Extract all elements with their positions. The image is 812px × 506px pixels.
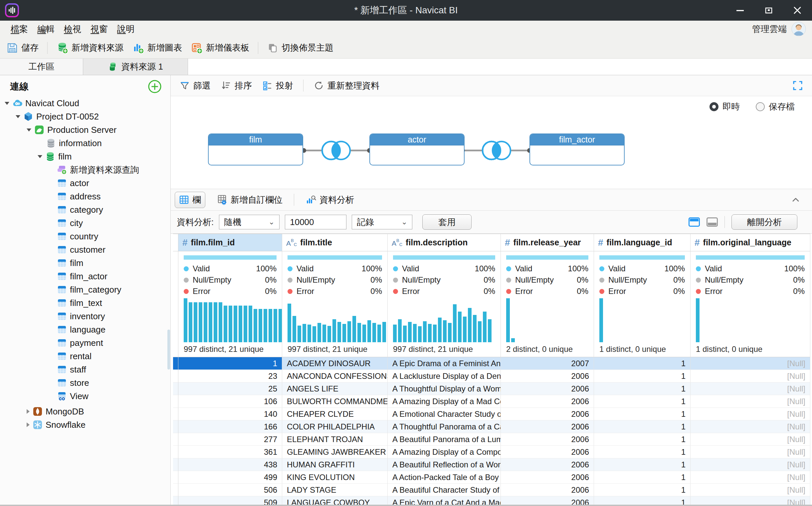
tree-item-payment[interactable]: payment bbox=[0, 336, 170, 349]
table-row[interactable]: 361GLEAMING JAWBREAKERA Amazing Display … bbox=[173, 446, 812, 458]
cell-film.release_year[interactable]: 2006 bbox=[501, 433, 594, 446]
cell-film.original_language[interactable]: [Null] bbox=[691, 446, 810, 458]
cell-film.original_language[interactable]: [Null] bbox=[691, 408, 810, 420]
cell-film.language_id[interactable]: 1 bbox=[594, 383, 691, 395]
row-header[interactable] bbox=[173, 408, 178, 420]
cell-film.title[interactable]: BULWORTH COMMANDME bbox=[282, 395, 388, 408]
menu-編輯[interactable]: 編輯 bbox=[32, 24, 59, 34]
cell-film.description[interactable]: A Beautiful Character Study of a bbox=[388, 484, 501, 496]
cell-film.language_id[interactable]: 1 bbox=[594, 420, 691, 433]
tree-expand-icon[interactable] bbox=[16, 115, 20, 118]
cell-film.original_language[interactable]: [Null] bbox=[691, 471, 810, 484]
column-header-film.release_year[interactable]: #film.release_year bbox=[501, 234, 594, 251]
tree-expand-icon[interactable] bbox=[37, 155, 42, 158]
cell-film.description[interactable]: A Emotional Character Study of a bbox=[388, 408, 501, 420]
cell-film.original_language[interactable]: [Null] bbox=[691, 484, 810, 496]
diagram-table-film[interactable]: film bbox=[208, 134, 303, 165]
cell-film.language_id[interactable]: 1 bbox=[594, 408, 691, 420]
tree-item-inventory[interactable]: inventory bbox=[0, 310, 170, 323]
row-header[interactable] bbox=[173, 471, 178, 484]
cell-film.language_id[interactable]: 1 bbox=[594, 446, 691, 458]
tree-item-view[interactable]: View bbox=[0, 390, 170, 403]
filter-button[interactable]: 篩選 bbox=[179, 80, 211, 92]
tree-item-film_category[interactable]: film_category bbox=[0, 283, 170, 296]
table-row[interactable]: 25ANGELS LIFEA Thoughtful Display of a W… bbox=[173, 383, 812, 395]
tree-item-staff[interactable]: staff bbox=[0, 363, 170, 376]
tree-item-production-server[interactable]: Production Server bbox=[0, 123, 170, 137]
cell-film.description[interactable]: A Thoughtful Panorama of a Car bbox=[388, 420, 501, 433]
add-dashboard-button[interactable]: 新增儀表板 bbox=[191, 42, 249, 54]
cell-film.release_year[interactable]: 2006 bbox=[501, 408, 594, 420]
add-connection-button[interactable] bbox=[148, 80, 162, 94]
tree-item-language[interactable]: language bbox=[0, 323, 170, 336]
sample-size-input[interactable]: 10000 bbox=[285, 215, 346, 229]
exit-analysis-button[interactable]: 離開分析 bbox=[731, 215, 797, 230]
cell-film.film_id[interactable]: 23 bbox=[178, 370, 282, 383]
cell-film.film_id[interactable]: 438 bbox=[178, 458, 282, 471]
column-header-film.film_id[interactable]: #film.film_id bbox=[178, 234, 282, 251]
tree-item-新增資料來源查詢[interactable]: 新增資料來源查詢 bbox=[0, 163, 170, 176]
tree-item-country[interactable]: country bbox=[0, 230, 170, 243]
tree-item-actor[interactable]: actor bbox=[0, 176, 170, 190]
tree-item-rental[interactable]: rental bbox=[0, 349, 170, 363]
tree-item-snowflake[interactable]: Snowflake bbox=[0, 418, 170, 431]
add-datasource-button[interactable]: 新增資料來源 bbox=[56, 42, 123, 54]
refresh-data-button[interactable]: 重新整理資料 bbox=[313, 80, 379, 92]
column-header-film.original_language[interactable]: #film.original_language bbox=[691, 234, 810, 251]
row-header[interactable] bbox=[173, 420, 178, 433]
maximize-button[interactable] bbox=[762, 4, 776, 17]
table-row[interactable]: 166COLOR PHILADELPHIAA Thoughtful Panora… bbox=[173, 420, 812, 433]
close-button[interactable] bbox=[791, 4, 804, 17]
row-header[interactable] bbox=[173, 446, 178, 458]
sample-unit-select[interactable]: 記錄 ⌄ bbox=[352, 215, 412, 229]
row-header[interactable] bbox=[173, 383, 178, 395]
cell-film.language_id[interactable]: 1 bbox=[594, 395, 691, 408]
collapse-panel-icon[interactable] bbox=[791, 195, 801, 205]
cell-film.film_id[interactable]: 361 bbox=[178, 446, 282, 458]
datasource-design-canvas[interactable]: 即時 保存檔 bbox=[171, 96, 812, 189]
column-header-film.description[interactable]: ABCfilm.description bbox=[388, 234, 501, 251]
cell-film.release_year[interactable]: 2006 bbox=[501, 370, 594, 383]
menu-說明[interactable]: 說明 bbox=[112, 24, 139, 34]
table-row[interactable]: 106BULWORTH COMMANDMEA Amazing Display o… bbox=[173, 395, 812, 408]
cell-film.language_id[interactable]: 1 bbox=[594, 484, 691, 496]
tree-item-film[interactable]: film bbox=[0, 256, 170, 270]
tree-item-project-dt-0052[interactable]: Project DT-0052 bbox=[0, 110, 170, 123]
cell-film.original_language[interactable]: [Null] bbox=[691, 420, 810, 433]
menu-視窗[interactable]: 視窗 bbox=[86, 24, 112, 34]
cell-film.title[interactable]: CHEAPER CLYDE bbox=[282, 408, 388, 420]
add-custom-field-button[interactable]: 新增自訂欄位 bbox=[213, 192, 286, 208]
cell-film.original_language[interactable]: [Null] bbox=[691, 370, 810, 383]
cell-film.description[interactable]: A Beautiful Panorama of a Lumb bbox=[388, 433, 501, 446]
tree-item-category[interactable]: category bbox=[0, 203, 170, 217]
tree-item-store[interactable]: store bbox=[0, 376, 170, 390]
column-header-film.language_id[interactable]: #film.language_id bbox=[594, 234, 691, 251]
tree-item-film_text[interactable]: film_text bbox=[0, 296, 170, 310]
apply-button[interactable]: 套用 bbox=[422, 215, 471, 230]
save-button[interactable]: 儲存 bbox=[7, 42, 38, 54]
tree-expand-icon[interactable] bbox=[5, 102, 9, 105]
cell-film.original_language[interactable]: [Null] bbox=[691, 395, 810, 408]
cell-film.release_year[interactable]: 2006 bbox=[501, 471, 594, 484]
cell-film.release_year[interactable]: 2007 bbox=[501, 357, 594, 370]
cell-film.description[interactable]: A Thoughtful Display of a Woman bbox=[388, 383, 501, 395]
column-header-film.title[interactable]: ABCfilm.title bbox=[282, 234, 388, 251]
cell-film.title[interactable]: ANACONDA CONFESSIONS bbox=[282, 370, 388, 383]
cell-film.description[interactable]: A Epic Drama of a Feminist And a bbox=[388, 357, 501, 370]
cell-film.film_id[interactable]: 506 bbox=[178, 484, 282, 496]
tab-datasource-1[interactable]: 資料來源 1 bbox=[83, 59, 188, 75]
cell-film.title[interactable]: GLEAMING JAWBREAKER bbox=[282, 446, 388, 458]
cell-film.original_language[interactable]: [Null] bbox=[691, 458, 810, 471]
cell-film.film_id[interactable]: 106 bbox=[178, 395, 282, 408]
cell-film.film_id[interactable]: 140 bbox=[178, 408, 282, 420]
cell-film.original_language[interactable]: [Null] bbox=[691, 383, 810, 395]
cell-film.release_year[interactable]: 2006 bbox=[501, 446, 594, 458]
cell-film.film_id[interactable]: 25 bbox=[178, 383, 282, 395]
table-row[interactable]: 1ACADEMY DINOSAURA Epic Drama of a Femin… bbox=[173, 357, 812, 370]
user-avatar[interactable] bbox=[791, 22, 806, 36]
add-chart-button[interactable]: 新增圖表 bbox=[132, 42, 182, 54]
fullscreen-icon[interactable] bbox=[792, 80, 803, 91]
table-row[interactable]: 506LADY STAGEA Beautiful Character Study… bbox=[173, 484, 812, 496]
cell-film.film_id[interactable]: 277 bbox=[178, 433, 282, 446]
menu-檢視[interactable]: 檢視 bbox=[59, 24, 86, 34]
